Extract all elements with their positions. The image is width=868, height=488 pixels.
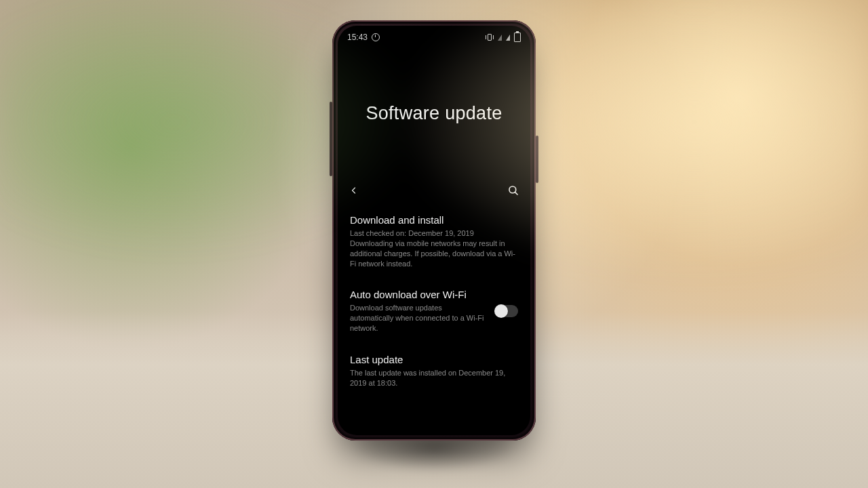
phone-side-button-left [330, 102, 332, 176]
download-and-install-item[interactable]: Download and install Last checked on: De… [338, 206, 530, 277]
phone-side-button-right [536, 136, 538, 183]
auto-download-wifi-item[interactable]: Auto download over Wi-Fi Download softwa… [338, 281, 530, 342]
signal-icon [506, 35, 510, 41]
auto-download-toggle[interactable] [495, 305, 518, 317]
svg-line-1 [515, 192, 517, 195]
item-subtitle: Last checked on: December 19, 2019 Downl… [350, 228, 518, 268]
item-title: Auto download over Wi-Fi [350, 289, 486, 301]
item-subtitle: The last update was installed on Decembe… [350, 368, 518, 388]
status-bar-right [486, 33, 521, 42]
toolbar [338, 178, 530, 203]
last-update-item[interactable]: Last update The last update was installe… [338, 346, 530, 396]
status-time: 15:43 [347, 33, 368, 42]
toggle-knob [494, 304, 508, 318]
vibrate-icon [486, 33, 494, 41]
search-icon [507, 184, 519, 197]
back-button[interactable] [347, 184, 361, 197]
phone-screen: 15:43 Software update [338, 26, 530, 435]
chevron-left-icon [350, 184, 358, 197]
phone-device: 15:43 Software update [332, 20, 536, 441]
settings-list: Download and install Last checked on: De… [338, 203, 530, 396]
search-button[interactable] [506, 183, 521, 198]
photo-background: 15:43 Software update [0, 0, 868, 488]
wifi-icon [498, 35, 502, 41]
status-bar-left: 15:43 [347, 33, 380, 42]
page-title-area: Software update [338, 49, 530, 178]
item-subtitle: Download software updates automatically … [350, 303, 486, 333]
item-title: Download and install [350, 214, 518, 226]
phone-frame: 15:43 Software update [332, 20, 536, 441]
status-bar: 15:43 [338, 26, 530, 49]
alarm-icon [372, 33, 380, 41]
page-title: Software update [366, 103, 502, 124]
item-title: Last update [350, 354, 518, 366]
battery-icon [514, 33, 521, 42]
